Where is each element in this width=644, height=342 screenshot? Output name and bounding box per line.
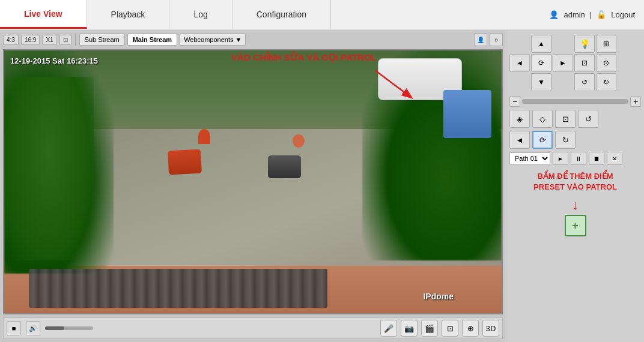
ptz-empty-2 bbox=[553, 35, 573, 53]
zoom-area-btn[interactable]: ⊕ bbox=[462, 320, 479, 337]
bottom-controls-bar: ■ 🔊 🎤 📷 🎬 ⊡ ⊕ 3D bbox=[3, 317, 503, 339]
tab-playback[interactable]: Playback bbox=[87, 0, 170, 29]
sub-stream-btn[interactable]: Sub Stream bbox=[79, 34, 125, 46]
annotation2-line2: PRESET VÀO PATROL bbox=[533, 182, 617, 191]
bottom-icons: 🎤 📷 🎬 ⊡ ⊕ 3D bbox=[380, 320, 499, 337]
main-layout: 4:3 16:9 X1 ⊡ Sub Stream Main Stream Web… bbox=[0, 30, 644, 342]
annotation1-arrow bbox=[363, 64, 423, 106]
ptz-right-btn[interactable]: ► bbox=[553, 54, 573, 72]
photo-btn[interactable]: 📷 bbox=[401, 320, 418, 337]
dropdown-arrow-icon: ▼ bbox=[235, 36, 242, 43]
annotation2-line1: BẤM ĐỂ THÊM ĐIỂM bbox=[537, 172, 613, 181]
ptz-preset-back-btn[interactable]: ◄ bbox=[509, 131, 530, 149]
annotation1-text: VÀO CHỈNH SỬA VÀ GỌI PATROL bbox=[231, 52, 377, 63]
header: Live View Playback Log Configuration 👤 a… bbox=[0, 0, 644, 30]
ratio-x1-btn[interactable]: X1 bbox=[42, 35, 56, 45]
ptz-screen-btn[interactable]: ⊡ bbox=[574, 54, 595, 72]
ptz-panel: ▲ 💡 ⊞ ◄ ⟳ ► ⊡ ⊙ ▼ ↺ ↻ − + ◈ ◇ ⊡ bbox=[506, 30, 644, 342]
logout-link[interactable]: Logout bbox=[611, 10, 635, 19]
add-preset-btn[interactable]: + bbox=[565, 215, 586, 236]
header-right: 👤 admin | 🔓 Logout bbox=[540, 0, 644, 29]
expand-btn[interactable]: » bbox=[490, 33, 503, 46]
zoom-plus-btn[interactable]: + bbox=[630, 96, 641, 107]
record-btn[interactable]: 🎬 bbox=[421, 320, 438, 337]
path-play-btn[interactable]: ► bbox=[553, 152, 568, 165]
ptz-feat-1[interactable]: ◈ bbox=[509, 110, 530, 128]
tab-log[interactable]: Log bbox=[169, 0, 232, 29]
ptz-center-btn[interactable]: ⟳ bbox=[531, 54, 551, 72]
ratio-16-9-btn[interactable]: 16:9 bbox=[21, 35, 40, 45]
moto-dark bbox=[268, 155, 301, 178]
ptz-preset-fwd-btn[interactable]: ↻ bbox=[555, 131, 576, 149]
ptz-empty-3 bbox=[509, 73, 530, 91]
ptz-grid-btn[interactable]: ⊞ bbox=[596, 35, 616, 53]
volume-slider[interactable] bbox=[45, 326, 93, 330]
ptz-record-btn[interactable]: ⊙ bbox=[596, 54, 616, 72]
zoom-track[interactable] bbox=[522, 99, 628, 104]
stop-btn[interactable]: ■ bbox=[7, 321, 21, 335]
video-panel: 4:3 16:9 X1 ⊡ Sub Stream Main Stream Web… bbox=[0, 30, 506, 342]
3d-btn[interactable]: 3D bbox=[482, 320, 499, 337]
search-area-btn[interactable]: ⊡ bbox=[442, 320, 458, 337]
video-container: VÀO CHỈNH SỬA VÀ GỌI PATROL bbox=[3, 49, 503, 314]
header-sep: | bbox=[590, 10, 592, 19]
path-select[interactable]: Path 01 Path 02 Path 03 bbox=[509, 152, 550, 164]
parked-bikes bbox=[29, 269, 327, 308]
ptz-sync-btn[interactable]: ↻ bbox=[596, 73, 616, 91]
ptz-preset-row: ◄ ⟳ ↻ bbox=[509, 131, 641, 149]
svg-line-0 bbox=[375, 70, 411, 97]
volume-btn[interactable]: 🔊 bbox=[26, 321, 40, 335]
truck-blue bbox=[443, 90, 491, 138]
moto-rider-1 bbox=[198, 129, 210, 144]
camera-scene bbox=[4, 50, 502, 313]
path-stop-btn[interactable]: ⏹ bbox=[589, 152, 604, 165]
ptz-feat-3[interactable]: ⊡ bbox=[555, 110, 576, 128]
webcomponents-label: Webcomponents bbox=[184, 36, 233, 43]
ptz-empty-1 bbox=[509, 35, 530, 53]
annotation2-text: BẤM ĐỂ THÊM ĐIỂM PRESET VÀO PATROL bbox=[509, 168, 641, 196]
ptz-left-btn[interactable]: ◄ bbox=[509, 54, 530, 72]
webcomponents-dropdown[interactable]: Webcomponents ▼ bbox=[180, 34, 246, 46]
foliage-left-2 bbox=[4, 77, 94, 261]
video-toolbar: 4:3 16:9 X1 ⊡ Sub Stream Main Stream Web… bbox=[3, 33, 503, 46]
main-stream-btn[interactable]: Main Stream bbox=[127, 34, 177, 46]
volume-fill bbox=[45, 326, 64, 330]
fullscreen-btn[interactable]: ⊡ bbox=[59, 35, 71, 45]
video-feed: 12-19-2015 Sat 16:23:15 IPdome bbox=[3, 49, 503, 314]
add-preset-icon: + bbox=[572, 220, 579, 232]
ptz-feat-4[interactable]: ↺ bbox=[578, 110, 598, 128]
moto-red bbox=[168, 149, 202, 175]
ptz-feat-2[interactable]: ◇ bbox=[532, 110, 553, 128]
ratio-4-3-btn[interactable]: 4:3 bbox=[3, 35, 19, 45]
annotation2-arrow: ↓ bbox=[509, 199, 641, 212]
logout-icon: 🔓 bbox=[597, 10, 606, 19]
username: admin bbox=[564, 10, 585, 19]
path-selector-row: Path 01 Path 02 Path 03 ► ⏸ ⏹ ✕ bbox=[509, 152, 641, 165]
toolbar-sep-1 bbox=[75, 34, 76, 46]
ptz-preset-refresh-btn[interactable]: ⟳ bbox=[532, 131, 553, 149]
user-icon: 👤 bbox=[549, 10, 559, 19]
ptz-light-btn[interactable]: 💡 bbox=[574, 35, 595, 53]
ptz-features-row: ◈ ◇ ⊡ ↺ bbox=[509, 110, 641, 128]
camera-label: IPdome bbox=[423, 292, 454, 301]
path-pause-btn[interactable]: ⏸ bbox=[571, 152, 586, 165]
ptz-down-btn[interactable]: ▼ bbox=[531, 73, 551, 91]
ptz-icon-btn[interactable]: 👤 bbox=[474, 33, 487, 46]
tab-configuration[interactable]: Configuration bbox=[232, 0, 331, 29]
video-timestamp: 12-19-2015 Sat 16:23:15 bbox=[10, 56, 98, 65]
ptz-direction-grid: ▲ 💡 ⊞ ◄ ⟳ ► ⊡ ⊙ ▼ ↺ ↻ bbox=[509, 35, 641, 91]
ptz-zoom-row: − + bbox=[509, 96, 641, 107]
tab-live-view[interactable]: Live View bbox=[0, 0, 87, 29]
ptz-refresh-btn[interactable]: ↺ bbox=[574, 73, 595, 91]
ptz-empty-4 bbox=[553, 73, 573, 91]
ptz-up-btn[interactable]: ▲ bbox=[531, 35, 551, 53]
path-delete-btn[interactable]: ✕ bbox=[607, 152, 622, 165]
zoom-minus-btn[interactable]: − bbox=[509, 96, 520, 107]
mic-btn[interactable]: 🎤 bbox=[380, 320, 397, 337]
